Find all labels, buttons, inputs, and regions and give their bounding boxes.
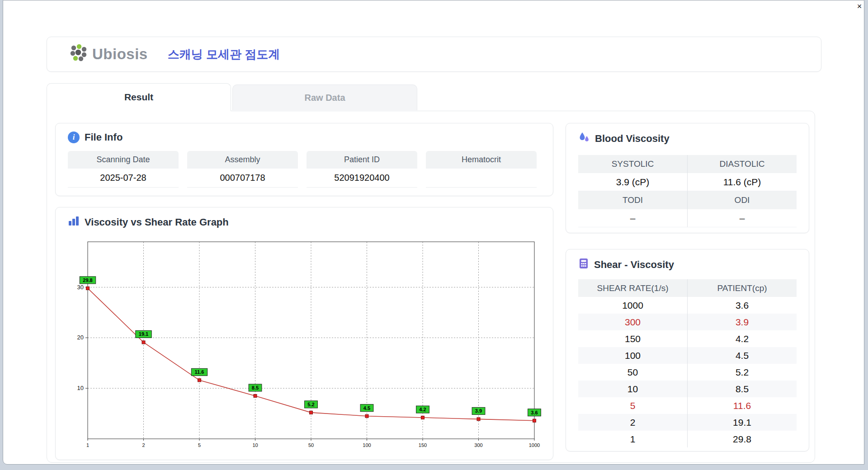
blood-viscosity-title: Blood Viscosity (595, 133, 670, 145)
field-assembly: Assembly 000707178 (187, 151, 298, 188)
file-info-title-row: i File Info (68, 132, 541, 143)
field-label: Patient ID (307, 151, 417, 169)
patient-value-cell: 5.2 (687, 364, 797, 381)
odi-header: ODI (687, 191, 797, 209)
svg-text:5: 5 (198, 442, 201, 448)
field-value: 52091920400 (307, 169, 417, 188)
page-title: 스캐닝 모세관 점도계 (168, 47, 280, 62)
app-header: Ubiosis 스캐닝 모세관 점도계 (47, 37, 821, 72)
todi-header: TODI (578, 191, 687, 209)
shear-viscosity-title-row: Shear - Viscosity (578, 258, 797, 272)
field-patient-id: Patient ID 52091920400 (307, 151, 417, 188)
patient-value-cell: 4.5 (687, 347, 797, 364)
patient-value-cell: 11.6 (687, 397, 797, 414)
table-row: 5 11.6 (578, 397, 797, 414)
tab-raw-data[interactable]: Raw Data (232, 85, 417, 110)
close-icon[interactable]: × (854, 1, 865, 12)
blood-viscosity-card: Blood Viscosity SYSTOLIC DIASTOLIC 3.9 (… (566, 123, 809, 233)
field-label: Assembly (187, 151, 298, 169)
svg-text:29.8: 29.8 (83, 277, 92, 283)
table-row: 50 5.2 (578, 364, 797, 381)
diastolic-value: 11.6 (cP) (687, 173, 797, 191)
patient-column-header: PATIENT(cp) (687, 279, 797, 297)
shear-rate-cell: 10 (578, 381, 687, 397)
svg-text:30: 30 (77, 284, 84, 291)
shear-rate-cell: 50 (578, 364, 687, 381)
svg-text:10: 10 (77, 385, 84, 391)
file-info-fields: Scanning Date 2025-07-28 Assembly 000707… (68, 151, 541, 188)
shear-rate-column-header: SHEAR RATE(1/s) (578, 279, 687, 297)
shear-rate-cell: 150 (578, 330, 687, 347)
table-row: 100 4.5 (578, 347, 797, 364)
table-row: 300 3.9 (578, 314, 797, 330)
svg-text:3.6: 3.6 (531, 410, 538, 415)
shear-viscosity-card: Shear - Viscosity SHEAR RATE(1/s) PATIEN… (566, 249, 809, 451)
svg-text:150: 150 (419, 442, 427, 448)
blood-viscosity-title-row: Blood Viscosity (578, 132, 797, 146)
svg-text:4.5: 4.5 (363, 405, 370, 411)
svg-text:20: 20 (77, 334, 84, 341)
svg-text:5.2: 5.2 (307, 402, 314, 407)
calculator-icon (578, 258, 589, 272)
chart-area: 1020301251050100150300100029.819.111.68.… (67, 238, 542, 452)
shear-viscosity-table: SHEAR RATE(1/s) PATIENT(cp) 1000 3.6 300… (578, 279, 797, 447)
file-info-card: i File Info Scanning Date 2025-07-28 Ass… (55, 123, 553, 196)
svg-text:1000: 1000 (529, 442, 540, 448)
shear-rate-cell: 300 (578, 314, 687, 330)
logo-text: Ubiosis (92, 46, 148, 63)
table-row: 1000 3.6 (578, 297, 797, 314)
field-value: 000707178 (187, 169, 298, 188)
field-scanning-date: Scanning Date 2025-07-28 (68, 151, 179, 188)
logo-dots-icon (69, 44, 90, 65)
table-header-row: SHEAR RATE(1/s) PATIENT(cp) (578, 279, 797, 297)
ubiosis-logo: Ubiosis (69, 44, 148, 65)
shear-rate-cell: 5 (578, 397, 687, 414)
field-value: 2025-07-28 (68, 169, 179, 188)
svg-text:3.9: 3.9 (475, 408, 482, 414)
svg-text:10: 10 (252, 442, 258, 448)
viscosity-chart: 1020301251050100150300100029.819.111.68.… (67, 238, 542, 451)
table-row: – – (578, 209, 797, 227)
info-icon: i (68, 132, 80, 143)
svg-text:4.2: 4.2 (419, 407, 426, 412)
systolic-value: 3.9 (cP) (578, 173, 687, 191)
table-body: 1000 3.6 300 3.9 150 4.2 100 4.5 50 5.2 … (578, 297, 797, 447)
table-row: 10 8.5 (578, 381, 797, 397)
odi-value: – (687, 209, 797, 227)
droplets-icon (578, 132, 590, 146)
graph-title-row: Viscosity vs Shear Rate Graph (68, 216, 553, 229)
table-header-row: TODI ODI (578, 191, 797, 209)
field-hematocrit: Hematocrit (426, 151, 537, 188)
field-value (426, 169, 537, 188)
tab-result[interactable]: Result (47, 83, 231, 111)
svg-text:300: 300 (474, 442, 482, 448)
shear-rate-cell: 2 (578, 414, 687, 431)
table-row: 2 19.1 (578, 414, 797, 431)
patient-value-cell: 3.6 (687, 297, 797, 314)
patient-value-cell: 8.5 (687, 381, 797, 397)
table-row: 150 4.2 (578, 330, 797, 347)
patient-value-cell: 19.1 (687, 414, 797, 431)
svg-text:19.1: 19.1 (139, 331, 148, 337)
table-row: 1 29.8 (578, 431, 797, 447)
diastolic-header: DIASTOLIC (687, 155, 797, 173)
svg-text:11.6: 11.6 (195, 369, 204, 375)
shear-rate-cell: 1000 (578, 297, 687, 314)
file-info-title: File Info (85, 132, 123, 143)
patient-value-cell: 3.9 (687, 314, 797, 330)
table-header-row: SYSTOLIC DIASTOLIC (578, 155, 797, 173)
viscosity-graph-card: Viscosity vs Shear Rate Graph 1020301251… (55, 207, 553, 460)
todi-value: – (578, 209, 687, 227)
shear-rate-cell: 1 (578, 431, 687, 447)
patient-value-cell: 4.2 (687, 330, 797, 347)
svg-text:100: 100 (363, 442, 371, 448)
blood-viscosity-table: SYSTOLIC DIASTOLIC 3.9 (cP) 11.6 (cP) TO… (578, 155, 797, 227)
patient-value-cell: 29.8 (687, 431, 797, 447)
svg-text:1: 1 (86, 442, 89, 448)
svg-text:8.5: 8.5 (252, 385, 259, 390)
table-row: 3.9 (cP) 11.6 (cP) (578, 173, 797, 191)
systolic-header: SYSTOLIC (578, 155, 687, 173)
bar-chart-icon (68, 216, 80, 229)
svg-text:50: 50 (308, 442, 314, 448)
svg-text:2: 2 (142, 442, 145, 448)
